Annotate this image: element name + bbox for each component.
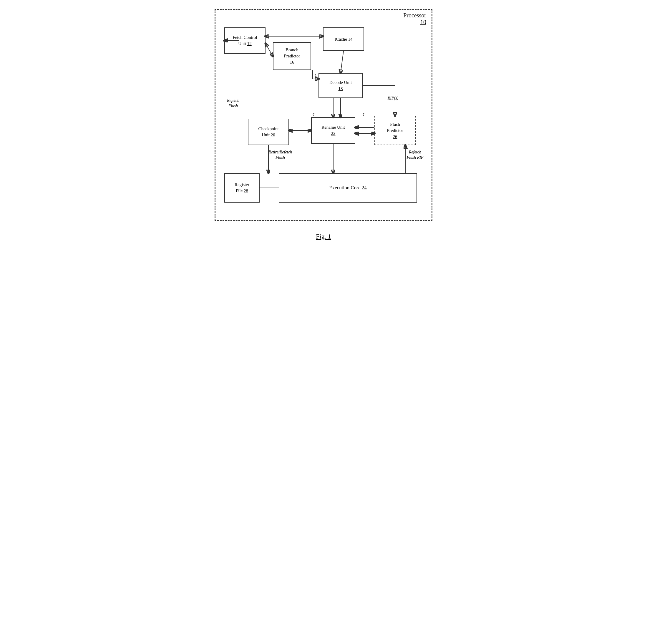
- icache-num: 14: [348, 37, 353, 42]
- processor-label: Processor 10: [403, 12, 426, 25]
- rename-unit: Rename Unit 22: [311, 117, 355, 144]
- c-label-2: C: [311, 112, 317, 118]
- checkpoint-unit: Checkpoint Unit 20: [248, 119, 289, 145]
- checkpoint-unit-line2: Unit: [262, 132, 270, 137]
- decode-unit: Decode Unit 18: [318, 73, 363, 98]
- execution-core-num: 24: [362, 185, 367, 191]
- decode-unit-num: 18: [338, 86, 343, 91]
- execution-core-line1: Execution Core: [329, 185, 360, 191]
- branch-predictor-line2: Predictor: [284, 54, 300, 58]
- rips-label: RIP(s): [381, 96, 405, 101]
- svg-line-1: [266, 44, 273, 56]
- retire-refetch-label: Retire/RefetchFlush: [261, 149, 299, 160]
- checkpoint-unit-line1: Checkpoint: [258, 126, 279, 131]
- rename-unit-num: 22: [331, 131, 335, 136]
- branch-predictor: Branch Predictor 16: [273, 42, 311, 70]
- decode-unit-line1: Decode Unit: [330, 80, 352, 85]
- rename-unit-line1: Rename Unit: [321, 125, 345, 130]
- figure-caption: Fig. 1: [316, 233, 331, 240]
- register-file-num: 28: [244, 188, 248, 193]
- execution-core: Execution Core 24: [279, 173, 417, 203]
- processor-number: 10: [420, 19, 426, 25]
- fetch-control-num: 12: [247, 41, 252, 46]
- register-file-line2: File: [236, 188, 242, 193]
- svg-line-2: [341, 51, 344, 73]
- c-label-1: C: [313, 73, 319, 78]
- processor-name: Processor: [403, 12, 426, 18]
- refetch-flush-label: RefetchFlush: [221, 98, 245, 109]
- refetch-flush-rip-label: RefetchFlush RIP: [398, 149, 433, 160]
- icache-line1: ICache: [335, 37, 347, 42]
- register-file-line1: Register: [235, 182, 249, 187]
- register-file: Register File 28: [224, 173, 260, 203]
- fetch-control-unit: Fetch Control Unit 12: [224, 27, 266, 54]
- branch-predictor-num: 16: [290, 60, 294, 64]
- flush-predictor-line1: Flush: [390, 122, 400, 127]
- flush-predictor-line2: Predictor: [387, 128, 403, 133]
- branch-predictor-line1: Branch: [286, 47, 298, 52]
- fetch-control-line1: Fetch Control: [233, 35, 257, 40]
- flush-predictor-num: 26: [393, 134, 397, 139]
- flush-predictor: Flush Predictor 26: [374, 116, 416, 145]
- icache: ICache 14: [323, 27, 364, 51]
- processor-box: Processor 10 Fetch Control Unit 12 Branc…: [215, 9, 432, 221]
- page: Processor 10 Fetch Control Unit 12 Branc…: [209, 6, 438, 240]
- fetch-control-line2: Unit: [238, 41, 246, 46]
- checkpoint-unit-num: 20: [271, 132, 275, 137]
- c-label-3: C: [361, 112, 367, 118]
